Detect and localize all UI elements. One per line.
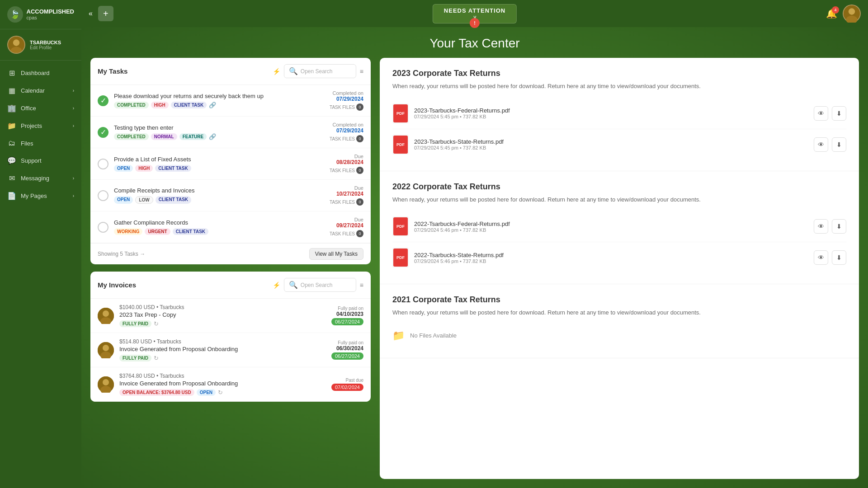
needs-attention-text: NEEDS ATTENTION [444,7,505,14]
tag-completed: COMPLETED [114,133,149,140]
sidebar-item-label: Dashboard [21,70,50,76]
due-label: Due [305,185,363,191]
tag-high: HIGH [151,102,169,108]
invoice-meta: Fully paid on 04/10/2023 06/27/2024 [305,306,363,325]
task-checkbox-open[interactable] [98,159,108,169]
add-button[interactable]: + [98,6,113,21]
invoice-title: Invoice Generated from Proposal Onboardi… [119,346,299,352]
preview-button[interactable]: 👁 [814,106,828,121]
pdf-label: PDF [396,224,405,229]
sync-icon[interactable]: ↻ [154,320,159,327]
chevron-right-icon: › [73,123,74,128]
tasks-search-area[interactable]: 🔍 Open Search [284,64,356,78]
profile-edit-link[interactable]: Edit Profile [30,45,61,50]
file-item: PDF 2022-Tsarbucks-Federal-Returns.pdf 0… [392,211,846,242]
task-meta: Due 10/27/2024 TASK FILES 0 [305,185,363,206]
sidebar-item-my-pages[interactable]: 📄 My Pages › [0,187,81,205]
task-title: Testing type then enter [114,124,299,131]
no-files-text: No Files Available [410,332,457,339]
notification-badge: 4 [832,6,839,14]
download-button[interactable]: ⬇ [832,219,846,234]
sidebar-profile[interactable]: TSARBUCKS Edit Profile [0,29,81,61]
calendar-icon: ▦ [7,86,16,95]
task-checkbox-completed[interactable]: ✓ [98,127,108,138]
tag-client-task: CLIENT TASK [173,228,208,235]
task-body: Compile Receipts and Invoices OPEN LOW C… [114,187,299,204]
sidebar-item-messaging[interactable]: ✉ Messaging › [0,169,81,187]
sidebar-item-support[interactable]: 💬 Support [0,152,81,169]
invoices-search-area[interactable]: 🔍 Open Search [284,278,356,292]
file-info: 2023-Tsarbucks-Federal-Returns.pdf 07/29… [414,107,808,119]
sidebar-item-projects[interactable]: 📁 Projects › [0,117,81,135]
invoices-card-header: My Invoices ⚡ 🔍 Open Search ≡ [90,272,371,299]
sidebar-item-dashboard[interactable]: ⊞ Dashboard [0,64,81,82]
preview-button[interactable]: 👁 [814,250,828,265]
download-button[interactable]: ⬇ [832,250,846,265]
due-label: Due [305,217,363,222]
collapse-icon[interactable]: « [89,9,93,18]
needs-attention-banner[interactable]: NEEDS ATTENTION ∨ ! [433,4,517,23]
pdf-icon: PDF [392,248,409,267]
task-checkbox-completed[interactable]: ✓ [98,95,108,106]
invoice-avatar [98,342,114,358]
sidebar-item-calendar[interactable]: ▦ Calendar › [0,82,81,99]
filter-icon[interactable]: ⚡ [273,282,280,289]
task-files-label: TASK FILES [330,231,355,236]
tax-section-desc: When ready, your returns will be posted … [392,195,846,204]
sidebar-logo: 🍃 ACCOMPLISHED cpas [0,0,81,29]
invoices-search-input[interactable]: Open Search [301,282,333,288]
no-files: 📁 No Files Available [392,324,846,347]
sidebar-item-office[interactable]: 🏢 Office › [0,99,81,117]
invoice-title: Invoice Generated from Proposal Onboardi… [119,380,299,387]
tag-normal: NORMAL [151,133,177,140]
task-checkbox-working[interactable] [98,222,108,233]
user-avatar-top[interactable] [843,5,861,23]
file-size-value: 737.82 KB [463,227,486,233]
task-date: 10/27/2024 [305,191,363,197]
invoice-amount: $3764.80 USD • Tsarbucks [119,373,299,379]
task-body: Gather Compliance Records WORKING URGENT… [114,219,299,235]
file-date: 07/29/2024 5:45 pm [414,114,458,119]
filter-icon[interactable]: ⚡ [273,68,280,75]
sync-icon[interactable]: ↻ [154,355,159,361]
download-button[interactable]: ⬇ [832,106,846,121]
task-title: Compile Receipts and Invoices [114,187,299,194]
download-button[interactable]: ⬇ [832,137,846,152]
notification-button[interactable]: 🔔 4 [826,8,837,19]
preview-button[interactable]: 👁 [814,219,828,234]
sidebar-nav: ⊞ Dashboard ▦ Calendar › 🏢 Office › 📁 Pr… [0,61,81,488]
sort-icon[interactable]: ≡ [360,68,363,75]
avatar [7,36,25,54]
task-tags: COMPLETED HIGH CLIENT TASK 🔗 [114,102,299,108]
file-date: 07/29/2024 5:46 pm [414,227,458,233]
invoice-amount: $1040.00 USD • Tsarbucks [119,304,299,310]
tag-high: HIGH [135,165,153,172]
logo-text: ACCOMPLISHED cpas [27,9,74,20]
sidebar-item-files[interactable]: 🗂 Files [0,135,81,152]
tasks-search-input[interactable]: Open Search [301,68,333,75]
file-info: 2022-Tsarbucks-State-Returns.pdf 07/29/2… [414,252,808,264]
tax-section-2022: 2022 Corporate Tax Returns When ready, y… [380,171,859,285]
sync-icon[interactable]: ↻ [218,389,223,396]
preview-button[interactable]: 👁 [814,137,828,152]
content: Your Tax Center My Tasks ⚡ 🔍 Open Search… [81,27,868,488]
invoice-date: 06/30/2024 [305,345,363,352]
invoice-item: $3764.80 USD • Tsarbucks Invoice Generat… [90,367,371,402]
task-files: TASK FILES 0 [305,230,363,237]
sort-icon[interactable]: ≡ [360,282,363,289]
page-title: Your Tax Center [81,27,868,58]
tax-section-title: 2021 Corporate Tax Returns [392,295,846,305]
task-checkbox-open[interactable] [98,190,108,201]
view-all-tasks-button[interactable]: View all My Tasks [309,248,363,260]
file-size-value: 737.82 KB [463,145,486,150]
invoice-body: $1040.00 USD • Tsarbucks 2023 Tax Prep -… [119,304,299,327]
file-info: 2023-Tsarbucks-State-Returns.pdf 07/29/2… [414,138,808,150]
task-date: 07/29/2024 [305,127,363,134]
file-name: 2022-Tsarbucks-State-Returns.pdf [414,252,808,258]
invoice-avatar [98,308,114,324]
sidebar-item-label: Files [21,140,33,147]
file-name: 2023-Tsarbucks-State-Returns.pdf [414,138,808,145]
support-icon: 💬 [7,156,16,165]
task-item: Provide a List of Fixed Assets OPEN HIGH… [90,148,371,180]
task-files-badge: 0 [356,167,363,174]
